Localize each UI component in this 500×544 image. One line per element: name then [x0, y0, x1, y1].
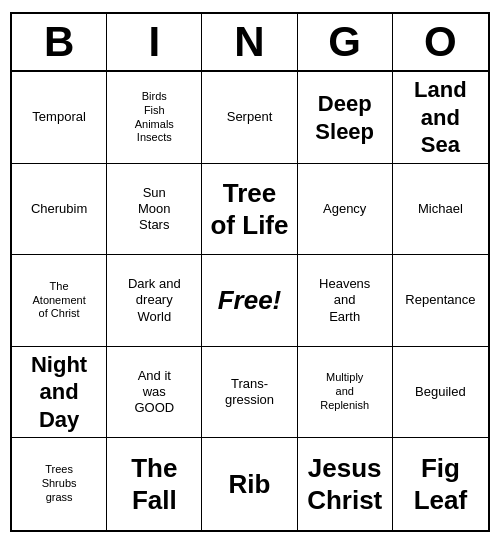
header-letter: G — [298, 14, 393, 70]
bingo-card: BINGO TemporalBirds Fish Animals Insects… — [10, 12, 490, 532]
bingo-cell: Night and Day — [12, 347, 107, 439]
header-letter: I — [107, 14, 202, 70]
bingo-cell: Repentance — [393, 255, 488, 347]
bingo-cell: Fig Leaf — [393, 438, 488, 530]
bingo-cell: Cherubim — [12, 164, 107, 256]
bingo-cell: The Fall — [107, 438, 202, 530]
bingo-cell: Sun Moon Stars — [107, 164, 202, 256]
bingo-cell: Rib — [202, 438, 297, 530]
bingo-cell: Agency — [298, 164, 393, 256]
bingo-header: BINGO — [12, 14, 488, 72]
bingo-cell: Serpent — [202, 72, 297, 164]
bingo-cell: Dark and dreary World — [107, 255, 202, 347]
bingo-cell: Trees Shrubs grass — [12, 438, 107, 530]
bingo-cell: Heavens and Earth — [298, 255, 393, 347]
bingo-cell: Trans- gression — [202, 347, 297, 439]
bingo-cell: Land and Sea — [393, 72, 488, 164]
bingo-cell: Free! — [202, 255, 297, 347]
bingo-cell: And it was GOOD — [107, 347, 202, 439]
bingo-cell: Multiply and Replenish — [298, 347, 393, 439]
bingo-grid: TemporalBirds Fish Animals InsectsSerpen… — [12, 72, 488, 530]
bingo-cell: Beguiled — [393, 347, 488, 439]
bingo-cell: Jesus Christ — [298, 438, 393, 530]
header-letter: B — [12, 14, 107, 70]
bingo-cell: Tree of Life — [202, 164, 297, 256]
bingo-cell: Michael — [393, 164, 488, 256]
bingo-cell: Temporal — [12, 72, 107, 164]
header-letter: O — [393, 14, 488, 70]
bingo-cell: The Atonement of Christ — [12, 255, 107, 347]
bingo-cell: Deep Sleep — [298, 72, 393, 164]
header-letter: N — [202, 14, 297, 70]
bingo-cell: Birds Fish Animals Insects — [107, 72, 202, 164]
